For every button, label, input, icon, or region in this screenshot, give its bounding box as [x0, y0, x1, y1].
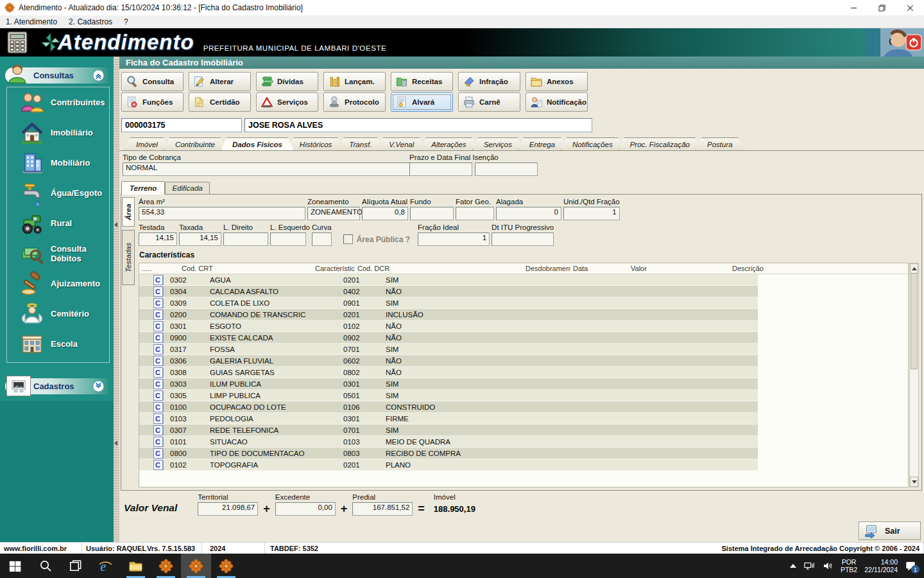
- tipo-cobranca-field[interactable]: NORMAL: [123, 162, 411, 176]
- property-code-field[interactable]: 000003175: [121, 118, 242, 132]
- sair-button[interactable]: Sair: [859, 521, 921, 540]
- start-button[interactable]: [0, 554, 30, 578]
- sidebar-item[interactable]: Consulta Débitos: [7, 238, 109, 268]
- tab[interactable]: Imóvel: [124, 137, 169, 150]
- table-row[interactable]: C 0301 ESGOTO 0102 NÃO: [139, 320, 758, 332]
- sidebar-splitter[interactable]: [114, 57, 119, 542]
- toolbar-button[interactable]: Infração: [458, 72, 520, 91]
- form-field[interactable]: [312, 232, 332, 246]
- tab[interactable]: Históricos: [288, 137, 343, 150]
- toolbar-button[interactable]: Anexos: [526, 72, 588, 91]
- file-explorer-icon[interactable]: [121, 554, 151, 578]
- form-field[interactable]: [410, 207, 454, 220]
- owner-name-field[interactable]: JOSE ROSA ALVES: [244, 118, 592, 132]
- toolbar-button[interactable]: Notificação: [526, 92, 588, 112]
- form-field[interactable]: [223, 232, 268, 246]
- menu-item[interactable]: 1. Atendimento: [0, 17, 63, 26]
- toolbar-button[interactable]: Funções: [121, 92, 184, 112]
- chevron-up-icon[interactable]: [93, 70, 104, 81]
- restore-button[interactable]: [868, 0, 896, 15]
- table-row[interactable]: C 0304 CALCADA ASFALTO 0402 NÃO: [139, 286, 758, 297]
- tab[interactable]: Postura: [696, 137, 744, 150]
- subtab[interactable]: Terreno: [121, 181, 165, 195]
- form-field[interactable]: ZONEAMENTO: [307, 207, 360, 220]
- tab[interactable]: Proc. Fiscalização: [619, 137, 701, 150]
- form-field[interactable]: 0,8: [362, 207, 408, 220]
- predial-field[interactable]: 167.851,52: [352, 502, 413, 516]
- tab[interactable]: Alterações: [420, 137, 477, 150]
- close-button[interactable]: [896, 0, 924, 15]
- table-row[interactable]: C 0307 REDE TELEFONICA 0701 SIM: [139, 425, 758, 436]
- scroll-up-arrow[interactable]: [910, 263, 918, 274]
- table-row[interactable]: C 0302 AGUA 0201 SIM: [139, 274, 758, 286]
- form-field[interactable]: 1: [563, 207, 620, 220]
- toolbar-button[interactable]: Certidão: [189, 92, 251, 112]
- table-scrollbar[interactable]: [909, 263, 919, 487]
- toolbar-button[interactable]: Alterar: [189, 72, 251, 91]
- sidebar-item[interactable]: Mobiliário: [7, 148, 109, 178]
- vertical-tab-testadas[interactable]: Testadas: [122, 230, 135, 285]
- form-field[interactable]: [492, 232, 554, 246]
- tab[interactable]: Transf.: [338, 137, 383, 150]
- subtab[interactable]: Edificada: [165, 182, 209, 194]
- power-button[interactable]: [905, 34, 922, 51]
- toolbar-button[interactable]: Consulta: [121, 72, 184, 91]
- tab[interactable]: V.Venal: [377, 137, 425, 150]
- language-indicator[interactable]: POR PTB2: [841, 558, 857, 574]
- fiorilli-app-icon-active[interactable]: [181, 554, 211, 578]
- task-view-icon[interactable]: [60, 554, 90, 578]
- sidebar-item[interactable]: Ajuizamento: [7, 268, 109, 299]
- toolbar-button[interactable]: Receitas: [391, 72, 453, 91]
- menu-item[interactable]: 2. Cadastros: [63, 17, 118, 26]
- table-row[interactable]: C 0309 COLETA DE LIXO 0901 SIM: [139, 297, 758, 309]
- form-field[interactable]: [270, 232, 306, 246]
- table-row[interactable]: C 0306 GALERIA FLUVIAL 0602 NÃO: [139, 355, 758, 367]
- form-field[interactable]: 14,15: [179, 232, 221, 246]
- prazo-isencao-field[interactable]: [409, 162, 472, 176]
- internet-explorer-icon[interactable]: e: [90, 554, 121, 578]
- form-field[interactable]: [456, 207, 494, 220]
- vertical-tab-area[interactable]: Área: [122, 197, 135, 227]
- fiorilli-app-icon[interactable]: [211, 554, 241, 578]
- table-row[interactable]: C 0103 PEDOLOGIA 0301 FIRME: [139, 413, 758, 425]
- form-field[interactable]: 554,33: [139, 207, 305, 220]
- excedente-field[interactable]: 0,00: [275, 502, 336, 516]
- table-row[interactable]: C 0900 EXISTE CALCADA 0902 NÃO: [139, 332, 758, 344]
- sidebar-item[interactable]: Cemitério: [7, 299, 109, 329]
- table-row[interactable]: C 0305 LIMP PUBLICA 0501 SIM: [139, 390, 758, 401]
- sidebar-item[interactable]: Rural: [7, 208, 109, 238]
- toolbar-button[interactable]: Serviços: [256, 92, 318, 112]
- notification-center-icon[interactable]: 1: [905, 560, 916, 572]
- toolbar-button[interactable]: Carnê: [458, 92, 520, 112]
- taskbar-search-icon[interactable]: [30, 554, 60, 578]
- table-row[interactable]: C 0317 FOSSA 0701 SIM: [139, 344, 758, 355]
- sidebar-item[interactable]: Imobiliário: [7, 118, 109, 148]
- sidebar-item[interactable]: Água/Esgoto: [7, 178, 109, 208]
- tray-chevron-icon[interactable]: [790, 564, 796, 568]
- sidebar-item[interactable]: Contribuintes: [7, 87, 109, 118]
- table-row[interactable]: C 0303 ILUM PUBLICA 0301 SIM: [139, 378, 758, 390]
- menu-item[interactable]: ?: [118, 17, 134, 26]
- toolbar-button[interactable]: Protocolo: [323, 92, 386, 112]
- tab[interactable]: Serviços: [472, 137, 524, 150]
- table-row[interactable]: C 0102 TOPOGRAFIA 0201 PLANO: [139, 459, 758, 471]
- table-row[interactable]: C 0200 COMANDO DE TRANSCRIC 0201 INCLUSÃ…: [139, 309, 758, 320]
- sidebar-section-cadastros[interactable]: Cadastros: [5, 378, 108, 394]
- table-row[interactable]: C 0100 OCUPACAO DO LOTE 0106 CONSTRUIDO: [139, 401, 758, 413]
- territorial-field[interactable]: 21.098,67: [198, 502, 258, 516]
- toolbar-button[interactable]: Dívidas: [256, 72, 318, 91]
- form-field[interactable]: 1: [418, 232, 490, 246]
- speaker-icon[interactable]: [822, 560, 834, 572]
- tab[interactable]: Contribuinte: [164, 137, 227, 150]
- toolbar-button[interactable]: Lançam.: [323, 72, 386, 91]
- tab[interactable]: Notificações: [561, 137, 624, 150]
- form-field[interactable]: 0: [496, 207, 561, 220]
- area-publica-checkbox[interactable]: [343, 234, 353, 244]
- table-row[interactable]: C 0800 TIPO DE DOCUMENTACAO 0803 RECIBO …: [139, 448, 758, 459]
- clock[interactable]: 14:00 22/11/2024: [864, 558, 898, 574]
- tab[interactable]: Dados Fisicos: [221, 137, 294, 150]
- tab[interactable]: Entrega: [518, 137, 567, 150]
- chevron-down-icon[interactable]: [93, 381, 104, 392]
- scroll-down-arrow[interactable]: [910, 477, 918, 487]
- sidebar-item[interactable]: Escola: [7, 329, 109, 359]
